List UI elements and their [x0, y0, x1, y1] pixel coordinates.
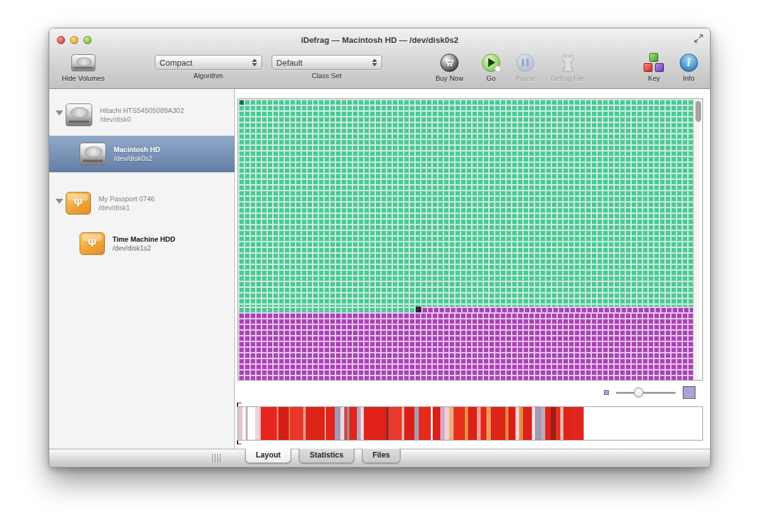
- disk-device: /dev/disk1: [99, 203, 155, 212]
- overview-segment: [545, 407, 551, 440]
- overview-segment: [584, 407, 702, 440]
- overview-segment: [248, 407, 255, 440]
- large-block-icon: [683, 386, 695, 399]
- overview-segment: [551, 407, 556, 440]
- block-grid[interactable]: [238, 99, 693, 380]
- defrag-file-button[interactable]: Defrag File: [544, 52, 591, 82]
- layout-view: [235, 89, 710, 449]
- internal-drive-icon: [80, 143, 106, 165]
- overview-segment: [523, 407, 532, 440]
- tab-files[interactable]: Files: [362, 449, 400, 463]
- overview-segment: [486, 407, 491, 440]
- special-blocks-region[interactable]: [238, 312, 693, 380]
- disclosure-triangle-icon[interactable]: [56, 110, 63, 115]
- disk-overview-strip[interactable]: [238, 406, 703, 440]
- sidebar-item-disk0[interactable]: Hitachi HTS54505089A302 /dev/disk0: [49, 99, 234, 131]
- window-header: iDefrag — Macintosh HD — /dev/disk0s2 Hi…: [49, 28, 710, 89]
- disk-device: /dev/disk0: [100, 115, 184, 124]
- class-set-value: Default: [277, 58, 303, 68]
- overview-segment: [535, 407, 541, 440]
- algorithm-popup[interactable]: Compact: [155, 55, 262, 70]
- class-set-popup[interactable]: Default: [272, 55, 382, 70]
- tab-layout[interactable]: Layout: [245, 449, 291, 463]
- pause-button[interactable]: Pause: [512, 52, 539, 82]
- overview-segment: [433, 407, 440, 440]
- fullscreen-icon[interactable]: [694, 33, 704, 44]
- overview-segment: [414, 407, 419, 440]
- window-title: iDefrag — Macintosh HD — /dev/disk0s2: [49, 35, 710, 45]
- algorithm-group: Compact Algorithm: [155, 52, 262, 80]
- disk-name: My Passport 0746: [99, 194, 155, 203]
- popup-arrows-icon: [252, 59, 257, 66]
- transition-row[interactable]: [238, 307, 693, 312]
- overview-segment: [491, 407, 505, 440]
- bottom-bar: Layout Statistics Files: [49, 449, 710, 467]
- overview-segment: [454, 407, 466, 440]
- scrollbar-thumb[interactable]: [695, 101, 701, 122]
- usb-drive-icon: Ψ: [80, 232, 105, 255]
- cubes-icon: [644, 53, 664, 72]
- popup-arrows-icon: [372, 59, 377, 66]
- idefrag-window: iDefrag — Macintosh HD — /dev/disk0s2 Hi…: [49, 28, 711, 468]
- window-body: Hitachi HTS54505089A302 /dev/disk0 Macin…: [49, 89, 710, 449]
- sidebar-item-disk1[interactable]: Ψ My Passport 0746 /dev/disk1: [49, 187, 234, 219]
- vertical-scrollbar[interactable]: [693, 99, 702, 380]
- disk-name: Hitachi HTS54505089A302: [100, 106, 184, 115]
- overview-segment: [574, 407, 584, 440]
- volume-name: Macintosh HD: [114, 145, 160, 154]
- splitter-grip[interactable]: [212, 454, 220, 463]
- shopping-cart-icon: [440, 54, 459, 72]
- zoom-slider[interactable]: [616, 392, 676, 394]
- hide-volumes-button[interactable]: Hide Volumes: [58, 52, 109, 82]
- overview-segment: [335, 407, 340, 440]
- overview-segment: [349, 407, 357, 440]
- buy-now-button[interactable]: Buy Now: [432, 52, 467, 82]
- overview-segment: [261, 407, 277, 440]
- overview-segment: [238, 407, 243, 440]
- overview-segment: [563, 407, 574, 440]
- overview-segment: [445, 407, 449, 440]
- transition-marker-block[interactable]: [416, 307, 421, 312]
- titlebar[interactable]: iDefrag — Macintosh HD — /dev/disk0s2: [49, 28, 710, 51]
- class-set-group: Default Class Set: [272, 52, 382, 80]
- sidebar-item-macintosh-hd[interactable]: Macintosh HD /dev/disk0s2: [49, 136, 234, 172]
- internal-drive-icon: [66, 103, 92, 126]
- play-icon: [482, 54, 500, 72]
- key-button[interactable]: Key: [640, 52, 668, 82]
- overview-segment: [508, 407, 516, 440]
- tab-statistics[interactable]: Statistics: [299, 449, 354, 463]
- toolbar: Hide Volumes Compact Algorithm Default C…: [49, 51, 710, 89]
- overview-segment: [290, 407, 303, 440]
- class-set-label: Class Set: [312, 72, 342, 80]
- volume-name: Time Machine HDD: [112, 235, 175, 244]
- hide-volumes-label: Hide Volumes: [62, 74, 105, 82]
- volumes-sidebar: Hitachi HTS54505089A302 /dev/disk0 Macin…: [49, 89, 235, 449]
- info-icon: i: [680, 54, 698, 72]
- usb-drive-icon: Ψ: [66, 192, 91, 215]
- block-map[interactable]: [238, 98, 703, 381]
- overview-segment: [449, 407, 454, 440]
- overview-segment: [364, 407, 386, 440]
- overview-segment: [419, 407, 431, 440]
- pause-icon: [516, 54, 534, 72]
- overview-segment: [556, 407, 560, 440]
- overview-segment: [306, 407, 325, 440]
- zoom-control: [238, 384, 703, 401]
- overview-segment: [279, 407, 289, 440]
- overview-segment: [326, 407, 335, 440]
- transition-green[interactable]: [238, 307, 416, 312]
- transition-purple[interactable]: [421, 307, 693, 312]
- overview-segment: [468, 407, 477, 440]
- sidebar-item-time-machine[interactable]: Ψ Time Machine HDD /dev/disk1s2: [49, 228, 234, 259]
- info-button[interactable]: i Info: [676, 52, 701, 82]
- overview-segment: [255, 407, 260, 440]
- algorithm-value: Compact: [160, 58, 193, 68]
- zoom-slider-thumb[interactable]: [634, 387, 644, 398]
- volume-device: /dev/disk0s2: [114, 154, 160, 163]
- go-button[interactable]: Go: [478, 52, 503, 82]
- defrag-file-icon: [558, 53, 577, 72]
- allocated-blocks-region[interactable]: [238, 99, 693, 307]
- disclosure-triangle-icon[interactable]: [56, 199, 63, 204]
- volume-device: /dev/disk1s2: [112, 244, 175, 252]
- view-tabs: Layout Statistics Files: [245, 449, 400, 463]
